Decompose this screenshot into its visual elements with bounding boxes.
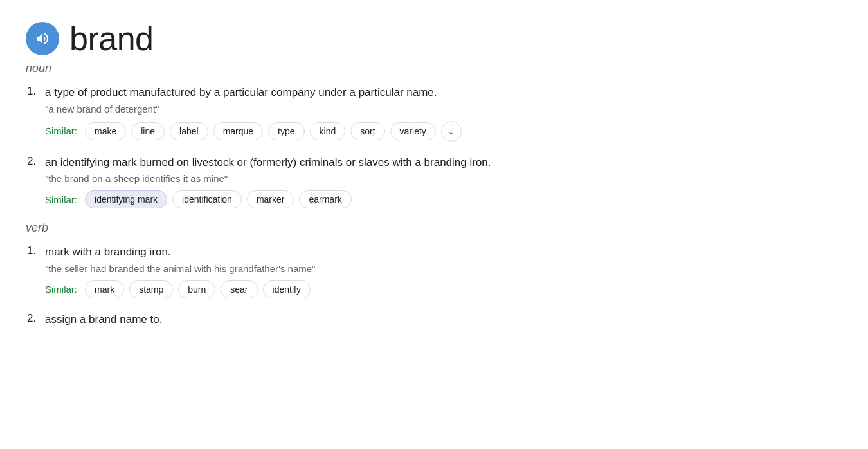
verb-def-example-1: "the seller had branded the animal with … xyxy=(45,263,842,274)
chip-make[interactable]: make xyxy=(85,122,126,140)
verb-def-text-1: mark with a branding iron. xyxy=(45,244,842,261)
audio-button[interactable] xyxy=(26,22,59,55)
chip-identifying-mark[interactable]: identifying mark xyxy=(85,190,167,208)
verb-def-1: 1. mark with a branding iron. "the selle… xyxy=(45,244,842,298)
verb-definitions-list: 1. mark with a branding iron. "the selle… xyxy=(26,244,842,327)
verb-pos: verb xyxy=(26,221,842,235)
chip-type[interactable]: type xyxy=(268,122,304,140)
chip-identify[interactable]: identify xyxy=(263,280,311,298)
type-word: type xyxy=(54,86,75,98)
verb-similar-label-1: Similar: xyxy=(45,284,77,295)
chip-mark[interactable]: mark xyxy=(85,280,124,298)
def-example-2: "the brand on a sheep identifies it as m… xyxy=(45,173,842,184)
def-number-2: 2. xyxy=(27,155,36,168)
def-number-1: 1. xyxy=(27,85,36,98)
chip-stamp[interactable]: stamp xyxy=(129,280,173,298)
chip-earmark[interactable]: earmark xyxy=(299,190,351,208)
chip-line[interactable]: line xyxy=(131,122,165,140)
chip-burn[interactable]: burn xyxy=(178,280,215,298)
similar-row-1: Similar: make line label marque type kin… xyxy=(45,121,842,142)
chip-kind[interactable]: kind xyxy=(310,122,346,140)
chip-identification[interactable]: identification xyxy=(172,190,242,208)
burned-word: burned xyxy=(140,156,174,169)
chip-sort[interactable]: sort xyxy=(350,122,384,140)
chip-variety[interactable]: variety xyxy=(390,122,436,140)
noun-def-2: 2. an identifying mark burned on livesto… xyxy=(45,154,842,209)
verb-def-2: 2. assign a brand name to. xyxy=(45,311,842,328)
word-header: brand xyxy=(26,19,842,58)
verb-def-number-2: 2. xyxy=(27,312,36,325)
verb-def-number-1: 1. xyxy=(27,244,36,257)
chip-marker[interactable]: marker xyxy=(247,190,294,208)
word-title: brand xyxy=(69,19,154,58)
similar-row-2: Similar: identifying mark identification… xyxy=(45,190,842,208)
verb-def-text-2: assign a brand name to. xyxy=(45,311,842,328)
expand-similar-button[interactable]: ⌄ xyxy=(441,121,462,142)
verb-similar-row-1: Similar: mark stamp burn sear identify xyxy=(45,280,842,298)
chip-sear[interactable]: sear xyxy=(221,280,257,298)
chip-label[interactable]: label xyxy=(170,122,208,140)
noun-pos: noun xyxy=(26,62,842,75)
criminals-word: criminals xyxy=(300,156,343,169)
noun-def-1: 1. a type of product manufactured by a p… xyxy=(45,84,842,142)
slaves-word: slaves xyxy=(359,156,390,169)
def-example-1: "a new brand of detergent" xyxy=(45,104,842,115)
speaker-icon xyxy=(35,31,50,46)
def-text-2: an identifying mark burned on livestock … xyxy=(45,154,842,171)
noun-definitions-list: 1. a type of product manufactured by a p… xyxy=(26,84,842,208)
def-text-1: a type of product manufactured by a part… xyxy=(45,84,842,101)
similar-label-1: Similar: xyxy=(45,125,77,136)
chip-marque[interactable]: marque xyxy=(213,122,263,140)
similar-label-2: Similar: xyxy=(45,194,77,205)
